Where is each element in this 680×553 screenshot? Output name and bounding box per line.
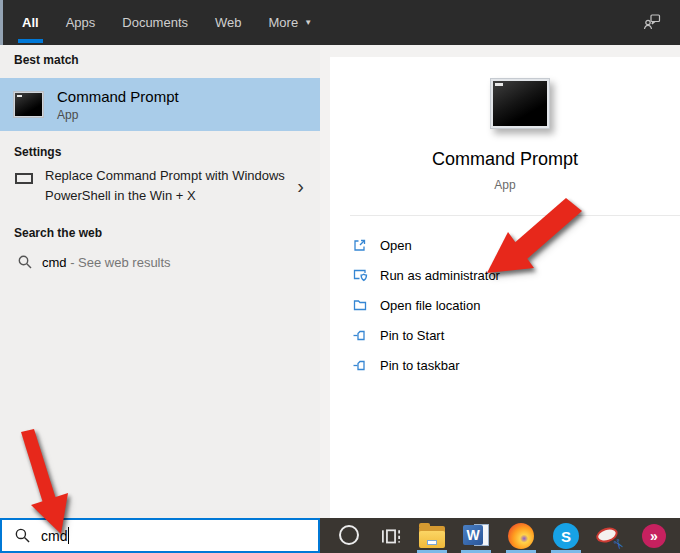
best-match-header: Best match bbox=[14, 53, 79, 67]
action-open-file-location[interactable]: Open file location bbox=[330, 290, 680, 320]
action-label: Open file location bbox=[380, 298, 480, 313]
action-label: Pin to taskbar bbox=[380, 358, 460, 373]
web-suffix: - See web results bbox=[67, 255, 171, 270]
action-open[interactable]: Open bbox=[330, 230, 680, 260]
tab-web-label: Web bbox=[215, 15, 242, 30]
search-icon bbox=[14, 527, 31, 544]
tab-all-label: All bbox=[22, 15, 39, 30]
open-icon bbox=[352, 237, 368, 253]
context-actions: Open Run as administrator Open file loca… bbox=[330, 230, 680, 380]
web-search-result-cmd[interactable]: cmd - See web results bbox=[0, 246, 320, 278]
tab-documents-label: Documents bbox=[122, 15, 188, 30]
text-caret bbox=[68, 527, 69, 544]
action-label: Run as administrator bbox=[380, 268, 500, 283]
search-input[interactable]: cmd bbox=[0, 518, 320, 553]
preview-subtitle: App bbox=[330, 178, 680, 192]
pink-app-icon[interactable]: » bbox=[642, 523, 668, 549]
feedback-icon[interactable] bbox=[642, 12, 662, 36]
settings-result-replace-cmd-powershell[interactable]: Replace Command Prompt with Windows Powe… bbox=[0, 163, 320, 215]
search-icon bbox=[17, 254, 33, 270]
open-file-location-icon bbox=[352, 297, 368, 313]
tab-all[interactable]: All bbox=[22, 0, 39, 45]
skype-icon[interactable]: S bbox=[553, 523, 579, 549]
file-explorer-icon[interactable] bbox=[419, 523, 445, 549]
search-flyout-header: All Apps Documents Web More▼ bbox=[0, 0, 680, 45]
tab-apps[interactable]: Apps bbox=[66, 0, 96, 45]
action-label: Open bbox=[380, 238, 412, 253]
pin-icon bbox=[352, 327, 368, 343]
run-as-administrator-icon bbox=[352, 267, 368, 283]
web-query: cmd bbox=[42, 255, 67, 270]
action-pin-to-start[interactable]: Pin to Start bbox=[330, 320, 680, 350]
pin-icon bbox=[352, 357, 368, 373]
settings-header: Settings bbox=[14, 145, 61, 159]
command-prompt-icon bbox=[490, 78, 550, 129]
search-input-value: cmd bbox=[41, 528, 67, 544]
divider bbox=[350, 215, 680, 216]
action-label: Pin to Start bbox=[380, 328, 444, 343]
result-title: Command Prompt bbox=[57, 88, 179, 105]
window-rectangle-icon bbox=[15, 173, 33, 184]
chevron-down-icon: ▼ bbox=[304, 18, 312, 27]
cortana-icon[interactable] bbox=[336, 523, 362, 549]
tab-more[interactable]: More▼ bbox=[269, 0, 313, 45]
search-filter-tabs: All Apps Documents Web More▼ bbox=[3, 0, 339, 45]
search-the-web-header: Search the web bbox=[14, 226, 102, 240]
tab-more-label: More bbox=[269, 15, 299, 30]
taskbar: W S ✂ » bbox=[320, 518, 680, 553]
preview-title: Command Prompt bbox=[330, 149, 680, 170]
firefox-icon[interactable] bbox=[508, 523, 534, 549]
settings-result-label: Replace Command Prompt with Windows Powe… bbox=[45, 163, 287, 215]
tab-web[interactable]: Web bbox=[215, 0, 242, 45]
tab-apps-label: Apps bbox=[66, 15, 96, 30]
preview-card: Command Prompt App Open Run as administr… bbox=[330, 57, 680, 518]
preview-pane: Command Prompt App Open Run as administr… bbox=[320, 45, 680, 518]
tab-documents[interactable]: Documents bbox=[122, 0, 188, 45]
action-run-as-administrator[interactable]: Run as administrator bbox=[330, 260, 680, 290]
chevron-right-icon[interactable]: › bbox=[297, 175, 304, 198]
command-prompt-icon bbox=[13, 91, 44, 118]
result-subtitle: App bbox=[57, 108, 179, 122]
task-view-icon[interactable] bbox=[378, 523, 404, 549]
best-match-result-command-prompt[interactable]: Command Prompt App bbox=[0, 78, 320, 131]
screen-clip-icon[interactable]: ✂ bbox=[596, 523, 622, 549]
search-results-panel: Best match Command Prompt App Settings R… bbox=[0, 45, 320, 518]
action-pin-to-taskbar[interactable]: Pin to taskbar bbox=[330, 350, 680, 380]
word-icon[interactable]: W bbox=[463, 523, 489, 549]
